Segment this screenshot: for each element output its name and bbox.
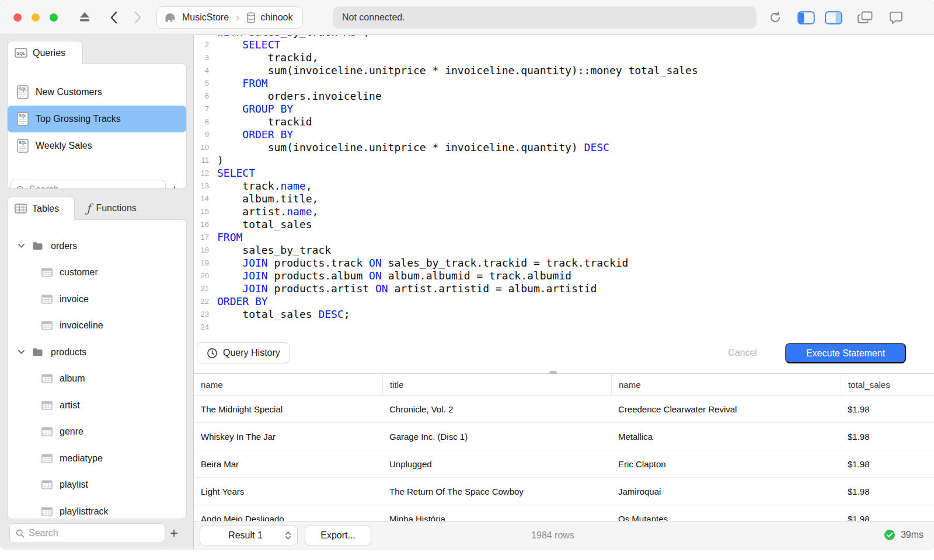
add-query-button[interactable]: +: [166, 180, 183, 189]
toggle-right-panel-icon[interactable]: [825, 11, 842, 24]
query-list-item[interactable]: SQLNew Customers: [8, 79, 186, 106]
schema-table-row[interactable]: genre: [8, 419, 186, 446]
schema-table-row[interactable]: customer: [8, 260, 186, 286]
svg-text:SQL: SQL: [19, 114, 26, 118]
table-grid-icon: [15, 204, 27, 214]
back-button[interactable]: [110, 11, 117, 24]
line-number: 21: [194, 282, 209, 295]
table-row[interactable]: Light YearsThe Return Of The Space Cowbo…: [194, 478, 934, 505]
code-line: 10 sum(invoiceline.unitprice * invoiceli…: [194, 141, 934, 154]
refresh-icon[interactable]: [768, 10, 782, 24]
query-item-label: Weekly Sales: [36, 141, 92, 151]
queries-search-field[interactable]: [10, 180, 166, 189]
code-line: 24: [194, 321, 934, 334]
line-number: 15: [194, 205, 209, 218]
sql-file-icon: SQL: [17, 112, 29, 126]
code-line: 22ORDER BY: [194, 295, 934, 308]
schema-table-row[interactable]: artist: [8, 392, 186, 419]
table-cell: $1.98: [841, 423, 934, 450]
sql-editor[interactable]: 1WITH sales_by_track AS (2 SELECT3 track…: [194, 35, 934, 341]
schema-folder-row[interactable]: products: [8, 339, 186, 366]
code-text: SELECT: [217, 167, 255, 180]
column-header[interactable]: name: [194, 374, 382, 395]
schema-table-row[interactable]: invoiceline: [8, 313, 186, 340]
tab-queries-label: Queries: [33, 48, 65, 58]
table-row[interactable]: The Midnight SpecialChronicle, Vol. 2Cre…: [194, 396, 934, 423]
tables-search-row: +: [9, 523, 184, 543]
query-timing: 39ms: [884, 529, 923, 541]
queries-search-input[interactable]: [29, 184, 159, 189]
minimize-window-button[interactable]: [32, 13, 40, 22]
tab-queries[interactable]: SQL Queries: [7, 41, 83, 64]
svg-text:SQL: SQL: [19, 141, 26, 145]
chat-icon[interactable]: [888, 11, 904, 24]
table-row[interactable]: Beira MarUnpluggedEric Clapton$1.98: [194, 450, 934, 478]
add-table-button[interactable]: +: [165, 523, 183, 543]
schema-item-label: orders: [51, 241, 77, 251]
tables-search-input[interactable]: [29, 528, 159, 538]
chevron-down-icon[interactable]: [18, 244, 25, 248]
schema-table-row[interactable]: playlisttrack: [8, 498, 186, 519]
table-icon: [41, 374, 53, 383]
schema-item-label: album: [60, 373, 85, 384]
toggle-left-sidebar-icon[interactable]: [797, 11, 815, 24]
query-history-button[interactable]: Query History: [197, 342, 290, 363]
table-cell: Creedence Clearwater Revival: [611, 396, 841, 422]
forward-button[interactable]: [134, 11, 142, 24]
elephant-icon: [163, 12, 177, 24]
schema-table-row[interactable]: album: [8, 366, 186, 393]
line-number: 3: [194, 51, 209, 64]
svg-text:SQL: SQL: [19, 87, 26, 92]
table-row[interactable]: Ando Meio DesligadoMinha HistóriaOs Muta…: [194, 505, 934, 521]
tab-tables[interactable]: Tables: [7, 197, 75, 220]
success-check-icon: [884, 529, 895, 541]
query-list-item[interactable]: SQLWeekly Sales: [8, 132, 186, 159]
schema-item-label: playlisttrack: [60, 506, 109, 517]
tab-functions-label: Functions: [96, 203, 136, 214]
execute-statement-button[interactable]: Execute Statement: [785, 343, 906, 363]
chevron-down-icon[interactable]: [18, 350, 25, 354]
schema-table-row[interactable]: invoice: [8, 286, 186, 313]
column-header[interactable]: total_sales: [841, 374, 934, 395]
close-window-button[interactable]: [13, 13, 22, 22]
code-lines: 1WITH sales_by_track AS (2 SELECT3 track…: [194, 35, 934, 334]
breadcrumb-server[interactable]: MusicStore: [163, 12, 229, 24]
folder-icon: [32, 242, 43, 250]
tables-search-field[interactable]: [9, 523, 165, 543]
tab-tables-label: Tables: [32, 204, 59, 214]
query-item-label: Top Grossing Tracks: [36, 114, 121, 124]
schema-table-row[interactable]: playlist: [8, 472, 186, 499]
breadcrumb-database[interactable]: chinook: [246, 12, 292, 23]
queries-panel: SQLNew CustomersSQLTop Grossing TracksSQ…: [7, 64, 187, 189]
zoom-window-button[interactable]: [50, 13, 58, 22]
schema-table-row[interactable]: mediatype: [8, 445, 186, 472]
function-icon: ƒ: [86, 201, 90, 215]
code-text: ): [217, 154, 224, 167]
breadcrumb-separator: ›: [236, 11, 239, 24]
code-text: JOIN products.track ON sales_by_track.tr…: [217, 257, 628, 270]
line-number: 10: [194, 141, 209, 154]
query-list-item[interactable]: SQLTop Grossing Tracks: [8, 106, 186, 132]
code-text: trackid: [217, 116, 312, 128]
code-line: 17FROM: [194, 231, 934, 244]
results-body: The Midnight SpecialChronicle, Vol. 2Cre…: [194, 396, 934, 521]
eject-icon[interactable]: [78, 10, 92, 23]
line-number: 20: [194, 270, 209, 282]
column-header[interactable]: name: [611, 374, 841, 395]
table-cell: The Return Of The Space Cowboy: [382, 478, 611, 505]
code-line: 3 trackid,: [194, 51, 934, 64]
windows-icon[interactable]: [858, 11, 873, 24]
code-line: 14 album.title,: [194, 192, 934, 205]
table-cell: Light Years: [194, 478, 382, 505]
search-icon: [16, 186, 25, 190]
execute-label: Execute Statement: [806, 348, 885, 359]
table-cell: Eric Clapton: [611, 450, 841, 477]
clock-icon: [207, 348, 218, 359]
schema-folder-row[interactable]: orders: [8, 233, 186, 260]
table-icon: [41, 480, 53, 489]
line-number: 13: [194, 180, 209, 192]
table-row[interactable]: Whiskey In The JarGarage Inc. (Disc 1)Me…: [194, 423, 934, 450]
tab-functions[interactable]: ƒ Functions: [79, 197, 167, 220]
column-header[interactable]: title: [382, 374, 611, 395]
cancel-button[interactable]: Cancel: [713, 342, 772, 363]
